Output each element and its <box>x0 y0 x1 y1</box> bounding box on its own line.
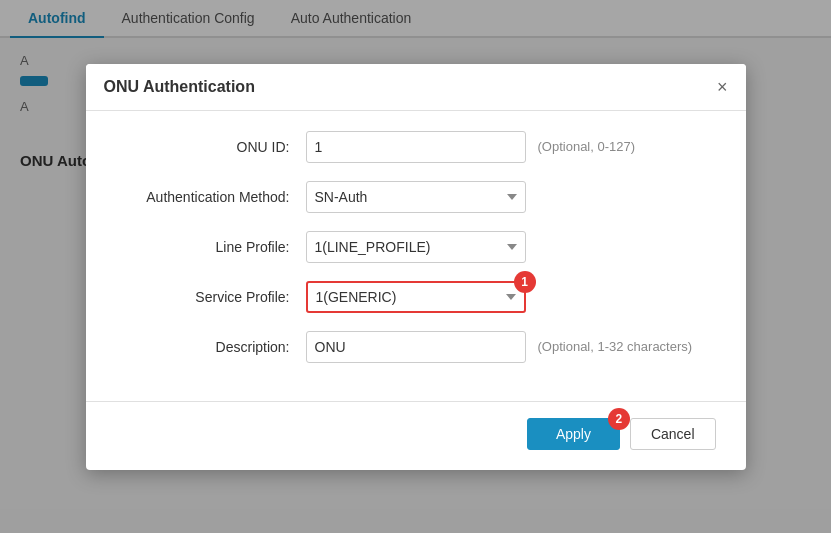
service-profile-select[interactable]: 1(GENERIC) <box>306 281 526 313</box>
line-profile-select[interactable]: 1(LINE_PROFILE) <box>306 231 526 263</box>
description-hint: (Optional, 1-32 characters) <box>538 339 693 354</box>
description-row: Description: (Optional, 1-32 characters) <box>116 331 716 363</box>
badge-1: 1 <box>514 271 536 293</box>
modal-title: ONU Authentication <box>104 78 255 96</box>
modal-footer: Apply 2 Cancel <box>86 418 746 470</box>
service-profile-label: Service Profile: <box>116 289 306 305</box>
onu-id-input[interactable] <box>306 131 526 163</box>
cancel-button[interactable]: Cancel <box>630 418 716 450</box>
modal-dialog: ONU Authentication × ONU ID: (Optional, … <box>86 64 746 470</box>
page-background: Autofind Authentication Config Auto Auth… <box>0 0 831 533</box>
service-profile-row: Service Profile: 1(GENERIC) 1 <box>116 281 716 313</box>
badge-2: 2 <box>608 408 630 430</box>
service-profile-wrapper: 1(GENERIC) 1 <box>306 281 526 313</box>
apply-wrapper: Apply 2 <box>527 418 620 450</box>
onu-id-hint: (Optional, 0-127) <box>538 139 636 154</box>
apply-button[interactable]: Apply <box>527 418 620 450</box>
auth-method-select[interactable]: SN-Auth <box>306 181 526 213</box>
modal-body: ONU ID: (Optional, 0-127) Authentication… <box>86 111 746 391</box>
modal-close-button[interactable]: × <box>717 78 728 96</box>
onu-id-label: ONU ID: <box>116 139 306 155</box>
modal-overlay: ONU Authentication × ONU ID: (Optional, … <box>0 0 831 533</box>
modal-divider <box>86 401 746 402</box>
description-label: Description: <box>116 339 306 355</box>
auth-method-label: Authentication Method: <box>116 189 306 205</box>
line-profile-row: Line Profile: 1(LINE_PROFILE) <box>116 231 716 263</box>
onu-id-row: ONU ID: (Optional, 0-127) <box>116 131 716 163</box>
description-input[interactable] <box>306 331 526 363</box>
modal-header: ONU Authentication × <box>86 64 746 111</box>
line-profile-label: Line Profile: <box>116 239 306 255</box>
auth-method-row: Authentication Method: SN-Auth <box>116 181 716 213</box>
